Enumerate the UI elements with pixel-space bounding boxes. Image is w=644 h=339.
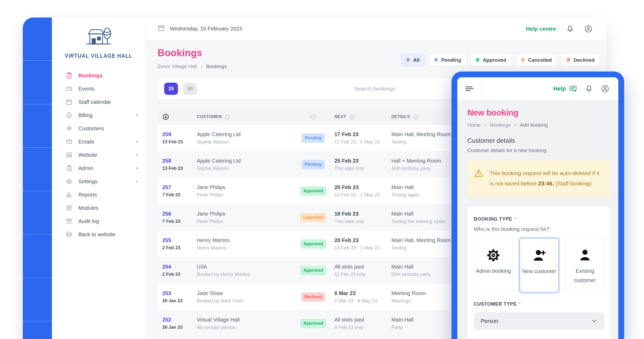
breadcrumb: Zoom Village Hall Bookings xyxy=(158,63,227,69)
status-badge: Pending xyxy=(302,133,325,143)
calendar-icon xyxy=(158,24,165,33)
ticket-icon xyxy=(66,85,73,92)
circle-arrow-down-icon xyxy=(162,113,169,120)
bell-icon[interactable] xyxy=(585,85,593,93)
status-badge: Declined xyxy=(301,292,325,302)
svg-text:£: £ xyxy=(68,113,70,117)
users-icon xyxy=(66,125,73,132)
bookmark-icon xyxy=(521,58,525,63)
circle-minus-icon xyxy=(413,114,419,120)
circle-minus-icon xyxy=(349,114,355,120)
warning-text: This booking request will be auto-delete… xyxy=(490,168,605,189)
sidebar-item-staff-calendar[interactable]: Staff calendar xyxy=(66,95,138,109)
status-badge: Approved xyxy=(300,266,327,275)
sidebar-item-bookings[interactable]: Bookings xyxy=(66,69,138,82)
bell-icon[interactable] xyxy=(566,25,574,33)
gear-icon xyxy=(487,248,500,263)
sidebar-item-billing[interactable]: £ Billing xyxy=(66,109,138,122)
house-tree-logo-icon xyxy=(83,25,114,49)
filter-declined[interactable]: Declined xyxy=(561,54,600,66)
user-avatar-icon[interactable] xyxy=(601,84,609,93)
breadcrumb-separator xyxy=(201,63,203,69)
sidebar-item-modules[interactable]: Modules xyxy=(66,201,138,215)
chevron-right-icon xyxy=(136,180,138,183)
option-admin-booking[interactable]: Admin booking xyxy=(474,238,513,292)
breadcrumb-bookings[interactable]: Bookings xyxy=(490,122,511,128)
person-plus-icon xyxy=(532,248,546,263)
status-badge: Approved xyxy=(300,319,327,328)
customer-type-label: CUSTOMER TYPE xyxy=(474,301,517,307)
brand-name: VIRTUAL VILLAGE HALL xyxy=(65,53,132,59)
person-icon xyxy=(578,248,592,263)
chevron-right-icon xyxy=(136,167,138,170)
pound-circle-icon: £ xyxy=(66,112,73,119)
customer-type-select[interactable]: Person xyxy=(474,312,605,330)
filter-approved[interactable]: Approved xyxy=(471,54,512,66)
warning-triangle-icon xyxy=(474,168,484,189)
panel-title: New booking xyxy=(467,108,610,118)
required-asterisk: * xyxy=(519,302,521,306)
bookmark-icon xyxy=(567,58,570,63)
circle-minus-icon xyxy=(310,114,316,120)
sidebar-item-admin[interactable]: Admin xyxy=(66,162,138,175)
breadcrumb-separator xyxy=(485,122,486,128)
status-badge: Approved xyxy=(300,239,327,249)
booking-form-card: BOOKING TYPE* Who is this booking reques… xyxy=(467,207,610,339)
breadcrumb-parent[interactable]: Zoom Village Hall xyxy=(158,64,197,69)
hamburger-menu-icon[interactable] xyxy=(457,77,482,100)
breadcrumb-separator xyxy=(515,122,516,128)
chevron-down-icon xyxy=(591,318,598,324)
clipboard-check-icon xyxy=(66,72,73,79)
archive-icon xyxy=(66,218,73,225)
blue-accent-bar xyxy=(23,17,52,339)
page-size-50-button[interactable]: 50 xyxy=(183,83,197,95)
date-display: Wednesday, 15 February 2023 xyxy=(158,24,242,33)
circle-minus-icon xyxy=(225,114,230,120)
bookmark-icon xyxy=(434,58,438,63)
sidebar-item-events[interactable]: Events xyxy=(66,82,138,95)
grid-plus-icon xyxy=(66,204,73,211)
option-new-customer[interactable]: New customer xyxy=(520,238,559,292)
bookmark-icon xyxy=(406,58,410,63)
chat-bubble-icon xyxy=(569,85,577,92)
status-badge: Cancelled xyxy=(300,213,327,222)
topbar: Wednesday, 15 February 2023 Help centre xyxy=(145,17,606,40)
sidebar-item-back-to-website[interactable]: Back to website xyxy=(66,228,138,241)
status-badge: Approved xyxy=(300,186,327,196)
filter-cancelled[interactable]: Cancelled xyxy=(516,54,557,66)
new-booking-panel: Help New booking Home Bookings Add booki… xyxy=(451,72,624,339)
page-size-25-button[interactable]: 25 xyxy=(164,83,178,95)
status-filters: All Pending Approved Cancelled xyxy=(401,54,600,66)
user-avatar-icon[interactable] xyxy=(584,25,593,33)
breadcrumb-current: Bookings xyxy=(206,64,227,69)
option-existing-customer[interactable]: Existing customer xyxy=(565,238,605,292)
customer-column-header[interactable]: CUSTOMER xyxy=(197,114,292,120)
bookmark-icon xyxy=(476,58,480,63)
clipboard-list-icon xyxy=(66,165,73,172)
filter-all[interactable]: All xyxy=(401,54,425,66)
filter-pending[interactable]: Pending xyxy=(429,54,466,66)
sort-column-header[interactable] xyxy=(162,113,197,120)
booking-type-label: BOOKING TYPE xyxy=(474,216,512,222)
sidebar-item-settings[interactable]: Settings xyxy=(66,175,138,188)
booking-type-options: Admin booking New customer Existing cust… xyxy=(474,238,605,292)
sidebar-item-audit-log[interactable]: Audit log xyxy=(66,215,138,228)
sidebar-item-emails[interactable]: Emails xyxy=(66,135,138,148)
page-title: Bookings xyxy=(158,47,202,59)
sidebar-nav: Bookings Events Staff calendar £ Billing xyxy=(52,69,145,241)
chevron-right-icon xyxy=(136,114,138,117)
section-title: Customer details xyxy=(467,137,610,144)
help-centre-link[interactable]: Help centre xyxy=(526,26,556,32)
sidebar-item-reports[interactable]: Reports xyxy=(66,188,138,201)
help-link[interactable]: Help xyxy=(553,85,577,92)
sidebar-item-customers[interactable]: Customers xyxy=(66,122,138,135)
panel-body: New booking Home Bookings Add booking Cu… xyxy=(457,108,618,339)
breadcrumb-home[interactable]: Home xyxy=(467,122,481,128)
status-column-header[interactable] xyxy=(292,114,334,120)
sidebar-item-website[interactable]: Website xyxy=(66,148,138,162)
globe-icon xyxy=(66,231,73,238)
next-column-header[interactable]: NEXT xyxy=(334,114,391,120)
logo: VIRTUAL VILLAGE HALL xyxy=(52,25,145,59)
section-subtitle: Customer details for a new booking. xyxy=(467,148,610,153)
panel-header: Help xyxy=(457,77,618,100)
